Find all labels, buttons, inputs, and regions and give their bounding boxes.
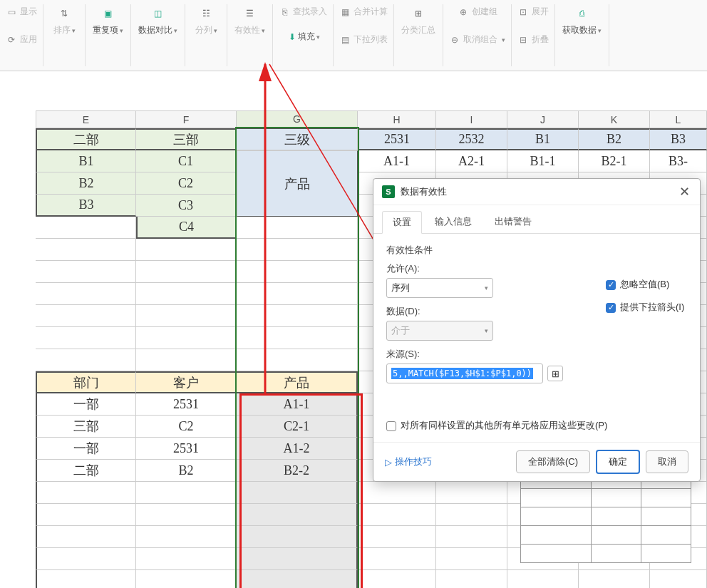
cell[interactable]: 二部 xyxy=(36,128,136,150)
cell[interactable]: B3 xyxy=(650,128,707,150)
col-J[interactable]: J xyxy=(507,110,579,128)
cell[interactable]: A2-1 xyxy=(436,150,507,172)
cell[interactable]: C1 xyxy=(136,150,237,172)
tips-link[interactable]: ▷操作技巧 xyxy=(385,455,432,468)
col-F[interactable]: F xyxy=(136,110,237,128)
cell[interactable]: 一部 xyxy=(36,438,136,460)
col-H[interactable]: H xyxy=(358,110,436,128)
cell[interactable]: 部门 xyxy=(36,371,136,393)
cell[interactable]: 2531 xyxy=(136,438,237,460)
getdata-btn[interactable]: ⎙ 获取数据▾ xyxy=(558,4,606,38)
cell[interactable]: C2-1 xyxy=(237,416,358,438)
ribbon: ▭显示 ⟳应用 ⇅ 排序▾ ▣ 重复项▾ ◫ 数据对比▾ ☷ 分列▾ ☰ 有效性… xyxy=(0,0,707,71)
source-label: 来源(S): xyxy=(386,348,563,361)
cell[interactable]: A1-2 xyxy=(237,438,358,460)
compare-icon: ◫ xyxy=(150,6,166,21)
split-icon: ☷ xyxy=(198,6,214,21)
ok-button[interactable]: 确定 xyxy=(596,450,640,474)
groupsum-btn[interactable]: ⊞ 分类汇总 xyxy=(397,4,440,38)
data-select: 介于▾ xyxy=(386,321,493,341)
ungroup-btn[interactable]: ⊖取消组合▾ xyxy=(446,32,508,47)
cell[interactable]: A1-1 xyxy=(358,150,436,172)
close-button[interactable]: ✕ xyxy=(677,185,691,199)
data-label: 数据(D): xyxy=(386,305,563,318)
groupsum-icon: ⊞ xyxy=(411,6,426,21)
ignore-blank-checkbox[interactable]: ✓忽略空值(B) xyxy=(606,278,684,291)
tab-error-alert[interactable]: 出错警告 xyxy=(485,211,542,233)
cell[interactable]: 客户 xyxy=(136,371,237,393)
col-I[interactable]: I xyxy=(436,110,507,128)
cell[interactable]: B2-2 xyxy=(237,460,358,482)
cell[interactable]: C4 xyxy=(136,217,237,239)
section-label: 有效性条件 xyxy=(386,244,687,257)
cell[interactable]: 二部 xyxy=(36,460,136,482)
data-validation-dialog: S 数据有效性 ✕ 设置 输入信息 出错警告 有效性条件 允许(A): 序列▾ … xyxy=(373,178,701,482)
app-logo-icon: S xyxy=(382,185,395,198)
merge-btn[interactable]: ▦合并计算 xyxy=(336,4,391,19)
dup-icon: ▣ xyxy=(100,6,116,21)
sort-btn[interactable]: ⇅ 排序▾ xyxy=(46,4,82,38)
allow-label: 允许(A): xyxy=(386,262,563,275)
create-group-btn[interactable]: ⊕创建组 xyxy=(455,4,500,19)
cell[interactable]: 三部 xyxy=(36,416,136,438)
cell[interactable]: B2 xyxy=(579,128,650,150)
dropdown-btn[interactable]: ▤下拉列表 xyxy=(336,32,391,47)
fill-icon: ⬇ xyxy=(287,31,298,43)
cell[interactable]: 三级 xyxy=(237,128,358,150)
cell[interactable]: B2 xyxy=(136,460,237,482)
sort-icon: ⇅ xyxy=(56,6,72,21)
cell[interactable]: C2 xyxy=(136,416,237,438)
column-headers: E F G H I J K L xyxy=(36,110,707,128)
col-E[interactable]: E xyxy=(36,110,136,128)
allow-select[interactable]: 序列▾ xyxy=(386,278,493,298)
dialog-title: 数据有效性 xyxy=(401,185,447,198)
display-btn[interactable]: ▭显示 xyxy=(3,4,40,19)
cell[interactable]: 一部 xyxy=(36,393,136,416)
clear-button[interactable]: 全部清除(C) xyxy=(516,450,590,473)
findrec-btn[interactable]: ⎘查找录入 xyxy=(276,4,330,19)
cell[interactable]: 三部 xyxy=(136,128,237,150)
side-mini-table xyxy=(520,470,691,563)
split-btn[interactable]: ☷ 分列▾ xyxy=(188,4,224,38)
range-picker-icon[interactable]: ⊞ xyxy=(547,366,563,381)
dup-btn[interactable]: ▣ 重复项▾ xyxy=(88,4,128,38)
cell[interactable]: 2531 xyxy=(358,128,436,150)
cell[interactable]: A1-1 xyxy=(237,393,358,416)
apply-all-checkbox[interactable]: 对所有同样设置的其他所有单元格应用这些更改(P) xyxy=(386,419,687,432)
cell[interactable]: 2532 xyxy=(436,128,507,150)
cell[interactable]: 产品 xyxy=(237,371,358,393)
cell[interactable]: B2-1 xyxy=(579,150,650,172)
cell[interactable]: 2531 xyxy=(136,393,237,416)
cell[interactable]: B1 xyxy=(36,150,136,172)
dialog-titlebar: S 数据有效性 ✕ xyxy=(373,179,700,205)
tab-input-msg[interactable]: 输入信息 xyxy=(425,211,482,233)
cell[interactable]: B1-1 xyxy=(507,150,579,172)
collapse-btn[interactable]: ⊟折叠 xyxy=(515,32,552,47)
apply-btn[interactable]: ⟳应用 xyxy=(3,32,40,47)
compare-btn[interactable]: ◫ 数据对比▾ xyxy=(134,4,182,38)
cell[interactable]: B2 xyxy=(36,172,136,195)
col-L[interactable]: L xyxy=(650,110,707,128)
col-G[interactable]: G xyxy=(237,110,358,128)
merged-cell[interactable]: 产品 xyxy=(237,150,358,217)
cell[interactable]: B3 xyxy=(36,195,136,217)
validity-btn[interactable]: ☰ 有效性▾ xyxy=(230,4,269,38)
cell[interactable] xyxy=(237,217,358,239)
col-K[interactable]: K xyxy=(579,110,650,128)
tab-settings[interactable]: 设置 xyxy=(382,211,422,234)
cancel-button[interactable]: 取消 xyxy=(646,450,688,473)
expand-btn[interactable]: ⊡展开 xyxy=(515,4,552,19)
validity-icon: ☰ xyxy=(242,6,258,21)
fill-btn[interactable]: ⬇ 填充▾ xyxy=(282,29,324,44)
provide-dropdown-checkbox[interactable]: ✓提供下拉箭头(I) xyxy=(606,301,684,314)
getdata-icon: ⎙ xyxy=(574,6,590,21)
cell[interactable] xyxy=(36,217,136,239)
cell[interactable]: B1 xyxy=(507,128,579,150)
cell[interactable]: C2 xyxy=(136,172,237,195)
source-input[interactable]: 5,,MATCH($F13,$H$1:$P$1,0)) xyxy=(386,363,543,383)
dialog-tabs: 设置 输入信息 出错警告 xyxy=(373,205,700,234)
cell[interactable]: B3- xyxy=(650,150,707,172)
cell[interactable]: C3 xyxy=(136,195,237,217)
